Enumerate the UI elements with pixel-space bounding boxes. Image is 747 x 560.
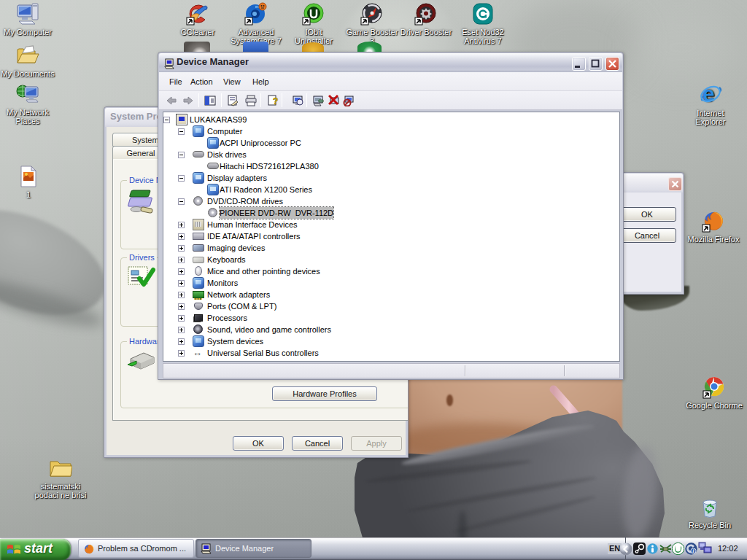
- svg-text:?: ?: [273, 96, 278, 106]
- svg-text:i: i: [693, 548, 694, 553]
